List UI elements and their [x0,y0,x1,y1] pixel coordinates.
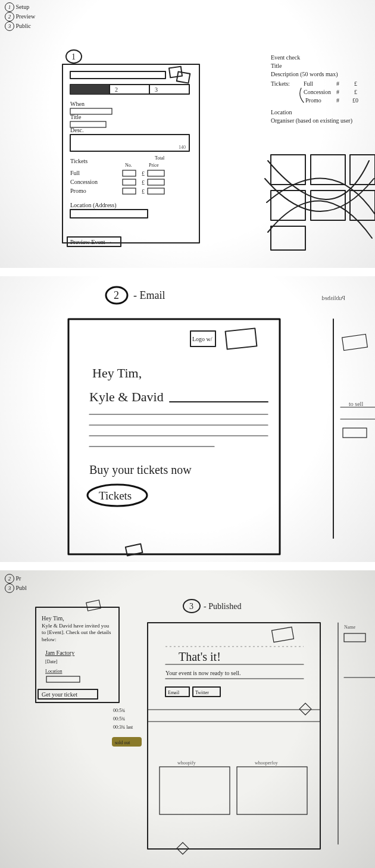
sketch-panel-setup: 1 Setup 2 Preview 3 Public 1 2 3 When [0,0,375,276]
legend-panel3: 2 Pr 3 Publ [5,574,27,593]
legend: 1 Setup 2 Preview 3 Public [5,2,35,31]
sketch-panel-email: 2 - Email Logo w/ Hey Tim, Kyle & David … [0,276,375,570]
sketch-panel-published: 2 Pr 3 Publ Hey Tim, Kyle & David have i… [0,570,375,868]
